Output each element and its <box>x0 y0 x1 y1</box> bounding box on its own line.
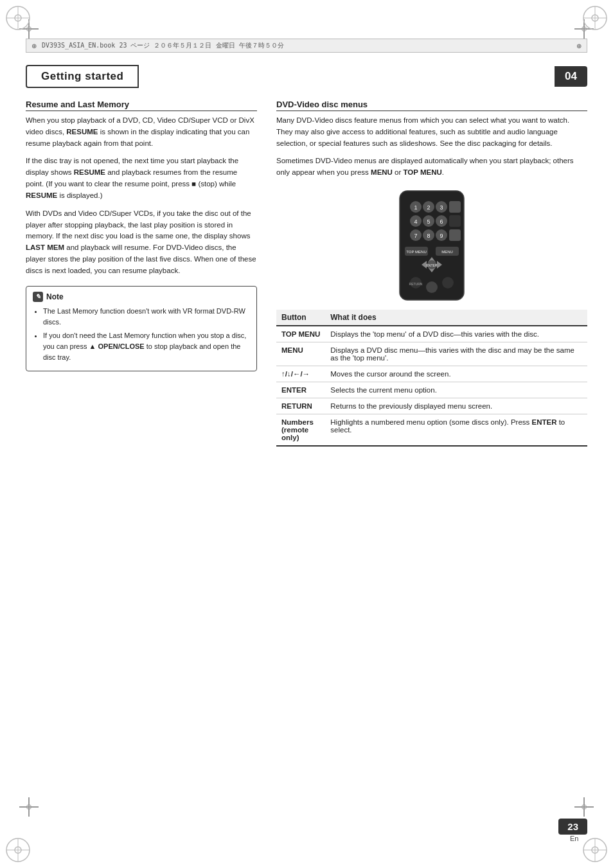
file-info: DV393S_ASIA_EN.book 23 ページ ２０６年５月１２日 金曜日… <box>42 41 284 50</box>
note-list: The Last Memory function doesn't work wi… <box>33 306 250 363</box>
svg-text:7: 7 <box>414 233 417 239</box>
svg-text:9: 9 <box>440 233 443 239</box>
svg-text:ENTER: ENTER <box>427 263 438 267</box>
crosshair-icon: ⊕ <box>31 42 37 49</box>
right-section-heading: DVD-Video disc menus <box>276 100 587 111</box>
chapter-banner: Getting started 04 <box>26 64 587 89</box>
table-cell-description: Selects the current menu option. <box>325 382 587 398</box>
right-para-1: Many DVD-Video discs feature menus from … <box>276 115 587 149</box>
svg-text:2: 2 <box>427 204 430 211</box>
menu-table: Button What it does TOP MENUDisplays the… <box>276 310 587 447</box>
table-header-button: Button <box>276 310 325 326</box>
table-cell-description: Moves the cursor around the screen. <box>325 366 587 382</box>
note-item-2: If you don't need the Last Memory functi… <box>43 330 250 363</box>
table-cell-description: Returns to the previously displayed menu… <box>325 398 587 414</box>
table-cell-button: Numbers(remoteonly) <box>276 414 325 447</box>
page-number: 23 <box>558 819 587 835</box>
remote-svg: 1 2 3 4 5 6 7 8 9 <box>393 188 470 303</box>
svg-rect-23 <box>449 201 461 213</box>
table-cell-button: ↑/↓/←/→ <box>276 366 325 382</box>
crosshair-icon-right: ⊕ <box>576 42 582 49</box>
chapter-number: 04 <box>555 66 587 87</box>
right-para-2: Sometimes DVD-Video menus are displayed … <box>276 155 587 179</box>
deco-circle-tr <box>582 5 608 31</box>
svg-point-52 <box>426 281 438 293</box>
table-cell-button: ENTER <box>276 382 325 398</box>
svg-text:3: 3 <box>440 204 443 211</box>
note-title: ✎ Note <box>33 292 250 302</box>
svg-text:6: 6 <box>440 218 443 225</box>
svg-rect-37 <box>449 229 461 241</box>
svg-text:MENU: MENU <box>441 250 453 254</box>
page-lang: En <box>570 835 578 842</box>
svg-text:1: 1 <box>414 204 417 211</box>
right-column: DVD-Video disc menus Many DVD-Video disc… <box>276 100 587 791</box>
left-para-2: If the disc tray is not opened, the next… <box>26 155 257 201</box>
table-cell-description: Displays a DVD disc menu—this varies wit… <box>325 342 587 366</box>
note-box: ✎ Note The Last Memory function doesn't … <box>26 286 257 371</box>
left-para-1: When you stop playback of a DVD, CD, Vid… <box>26 115 257 149</box>
svg-text:4: 4 <box>414 218 417 225</box>
left-section-heading: Resume and Last Memory <box>26 100 257 111</box>
note-icon: ✎ <box>33 292 43 302</box>
remote-illustration: 1 2 3 4 5 6 7 8 9 <box>276 188 587 303</box>
footer-area: 23 En <box>26 819 587 842</box>
table-cell-button: MENU <box>276 342 325 366</box>
table-header-what: What it does <box>325 310 587 326</box>
content-area: Resume and Last Memory When you stop pla… <box>26 100 587 791</box>
left-column: Resume and Last Memory When you stop pla… <box>26 100 257 791</box>
deco-circle-tl <box>5 5 31 31</box>
svg-text:TOP MENU: TOP MENU <box>406 250 426 254</box>
table-row: MENUDisplays a DVD disc menu—this varies… <box>276 342 587 366</box>
svg-text:RETURN: RETURN <box>409 282 423 286</box>
table-cell-description: Displays the 'top menu' of a DVD disc—th… <box>325 326 587 342</box>
table-cell-description: Highlights a numbered menu option (some … <box>325 414 587 447</box>
table-row: ↑/↓/←/→Moves the cursor around the scree… <box>276 366 587 382</box>
svg-text:5: 5 <box>427 218 430 225</box>
svg-rect-30 <box>449 215 461 227</box>
table-row: ENTERSelects the current menu option. <box>276 382 587 398</box>
table-cell-button: TOP MENU <box>276 326 325 342</box>
table-row: TOP MENUDisplays the 'top menu' of a DVD… <box>276 326 587 342</box>
left-para-3: With DVDs and Video CD/Super VCDs, if yo… <box>26 208 257 277</box>
header-bar: ⊕ DV393S_ASIA_EN.book 23 ページ ２０６年５月１２日 金… <box>26 39 587 53</box>
corner-mark-br <box>574 797 594 817</box>
table-row: RETURNReturns to the previously displaye… <box>276 398 587 414</box>
table-cell-button: RETURN <box>276 398 325 414</box>
note-item-1: The Last Memory function doesn't work wi… <box>43 306 250 328</box>
table-row: Numbers(remoteonly)Highlights a numbered… <box>276 414 587 447</box>
svg-text:8: 8 <box>427 233 430 239</box>
chapter-title: Getting started <box>26 65 139 88</box>
svg-point-53 <box>442 277 454 288</box>
corner-mark-bl <box>19 797 39 817</box>
